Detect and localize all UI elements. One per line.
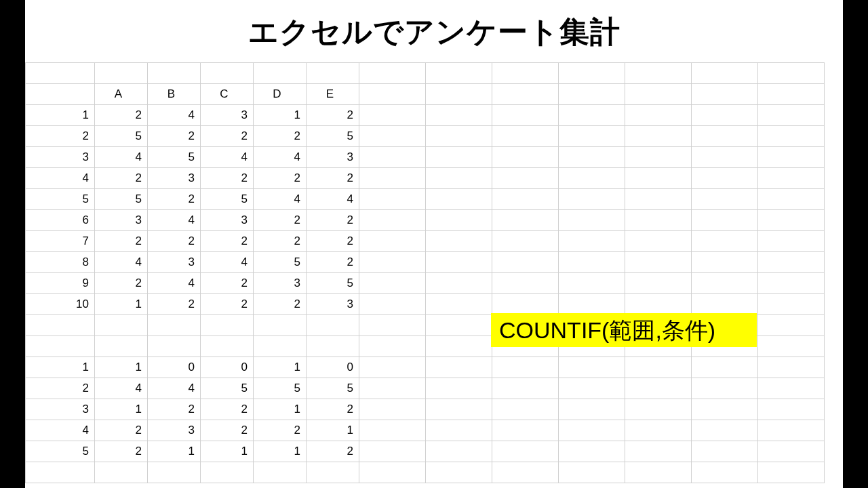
- data-cell[interactable]: 5: [201, 189, 254, 210]
- data-cell[interactable]: 4: [148, 273, 201, 294]
- cell-empty[interactable]: [625, 189, 692, 210]
- cell-empty[interactable]: [492, 462, 559, 483]
- data-cell[interactable]: 4: [201, 147, 254, 168]
- cell-empty[interactable]: [426, 315, 492, 336]
- cell-empty[interactable]: [625, 399, 692, 420]
- cell-empty[interactable]: [492, 252, 559, 273]
- data-cell[interactable]: 2: [307, 231, 359, 252]
- cell-empty[interactable]: [426, 189, 492, 210]
- data-cell[interactable]: 2: [148, 189, 201, 210]
- cell-empty[interactable]: [359, 420, 426, 441]
- cell-empty[interactable]: [26, 63, 95, 84]
- row-label[interactable]: 8: [26, 252, 95, 273]
- data-cell[interactable]: 5: [95, 126, 148, 147]
- cell-empty[interactable]: [692, 105, 758, 126]
- cell-empty[interactable]: [692, 420, 758, 441]
- data-cell[interactable]: 2: [201, 399, 254, 420]
- data-cell[interactable]: 5: [148, 147, 201, 168]
- cell-empty[interactable]: [426, 357, 492, 378]
- cell-empty[interactable]: [359, 399, 426, 420]
- cell-empty[interactable]: [758, 84, 825, 105]
- cell-empty[interactable]: [492, 357, 559, 378]
- cell-empty[interactable]: [426, 63, 492, 84]
- row-label[interactable]: 2: [26, 126, 95, 147]
- row-label[interactable]: 9: [26, 273, 95, 294]
- cell-empty[interactable]: [692, 252, 758, 273]
- row-label[interactable]: 4: [26, 420, 95, 441]
- cell-empty[interactable]: [559, 378, 625, 399]
- cell-empty[interactable]: [492, 231, 559, 252]
- cell-empty[interactable]: [758, 378, 825, 399]
- cell-empty[interactable]: [559, 231, 625, 252]
- data-cell[interactable]: 0: [201, 357, 254, 378]
- data-cell[interactable]: 4: [148, 210, 201, 231]
- data-cell[interactable]: 2: [254, 168, 307, 189]
- data-cell[interactable]: 4: [254, 189, 307, 210]
- cell-empty[interactable]: [492, 189, 559, 210]
- cell-empty[interactable]: [492, 273, 559, 294]
- cell-empty[interactable]: [95, 462, 148, 483]
- cell-empty[interactable]: [359, 168, 426, 189]
- data-cell[interactable]: 2: [201, 126, 254, 147]
- cell-empty[interactable]: [426, 273, 492, 294]
- cell-empty[interactable]: [692, 441, 758, 462]
- cell-empty[interactable]: [625, 63, 692, 84]
- data-cell[interactable]: 5: [95, 189, 148, 210]
- cell-empty[interactable]: [359, 147, 426, 168]
- cell-empty[interactable]: [26, 315, 95, 336]
- cell-empty[interactable]: [26, 462, 95, 483]
- data-cell[interactable]: 2: [95, 420, 148, 441]
- cell-empty[interactable]: [758, 315, 825, 336]
- cell-empty[interactable]: [492, 84, 559, 105]
- cell-empty[interactable]: [426, 210, 492, 231]
- data-cell[interactable]: 2: [201, 294, 254, 315]
- cell-empty[interactable]: [625, 441, 692, 462]
- cell-empty[interactable]: [559, 147, 625, 168]
- cell-empty[interactable]: [559, 399, 625, 420]
- cell-empty[interactable]: [492, 63, 559, 84]
- cell-empty[interactable]: [692, 168, 758, 189]
- cell-empty[interactable]: [692, 63, 758, 84]
- row-label[interactable]: 5: [26, 441, 95, 462]
- row-label[interactable]: 3: [26, 399, 95, 420]
- data-cell[interactable]: 2: [95, 441, 148, 462]
- cell-empty[interactable]: [625, 273, 692, 294]
- cell-empty[interactable]: [692, 126, 758, 147]
- cell-empty[interactable]: [201, 462, 254, 483]
- cell-empty[interactable]: [201, 63, 254, 84]
- cell-empty[interactable]: [201, 336, 254, 357]
- cell-empty[interactable]: [492, 105, 559, 126]
- data-cell[interactable]: 1: [254, 105, 307, 126]
- data-cell[interactable]: 5: [254, 252, 307, 273]
- cell-empty[interactable]: [625, 231, 692, 252]
- cell-empty[interactable]: [625, 294, 692, 315]
- data-cell[interactable]: 3: [307, 294, 359, 315]
- cell-empty[interactable]: [148, 63, 201, 84]
- data-cell[interactable]: 4: [95, 378, 148, 399]
- cell-empty[interactable]: [692, 462, 758, 483]
- cell-empty[interactable]: [758, 462, 825, 483]
- data-cell[interactable]: 2: [148, 399, 201, 420]
- cell-empty[interactable]: [359, 84, 426, 105]
- cell-empty[interactable]: [559, 252, 625, 273]
- data-cell[interactable]: 4: [148, 105, 201, 126]
- data-cell[interactable]: 5: [307, 126, 359, 147]
- data-cell[interactable]: 0: [148, 357, 201, 378]
- data-cell[interactable]: 1: [95, 294, 148, 315]
- cell-empty[interactable]: [359, 189, 426, 210]
- cell-empty[interactable]: [492, 210, 559, 231]
- cell-empty[interactable]: [492, 378, 559, 399]
- cell-empty[interactable]: [254, 63, 307, 84]
- cell-empty[interactable]: [625, 210, 692, 231]
- data-cell[interactable]: 1: [95, 357, 148, 378]
- cell-empty[interactable]: [307, 315, 359, 336]
- cell-empty[interactable]: [426, 378, 492, 399]
- cell-empty[interactable]: [692, 399, 758, 420]
- cell-empty[interactable]: [692, 147, 758, 168]
- cell-empty[interactable]: [625, 84, 692, 105]
- data-cell[interactable]: 4: [148, 378, 201, 399]
- cell-empty[interactable]: [492, 420, 559, 441]
- cell-empty[interactable]: [426, 84, 492, 105]
- data-cell[interactable]: 2: [95, 105, 148, 126]
- cell-empty[interactable]: [758, 147, 825, 168]
